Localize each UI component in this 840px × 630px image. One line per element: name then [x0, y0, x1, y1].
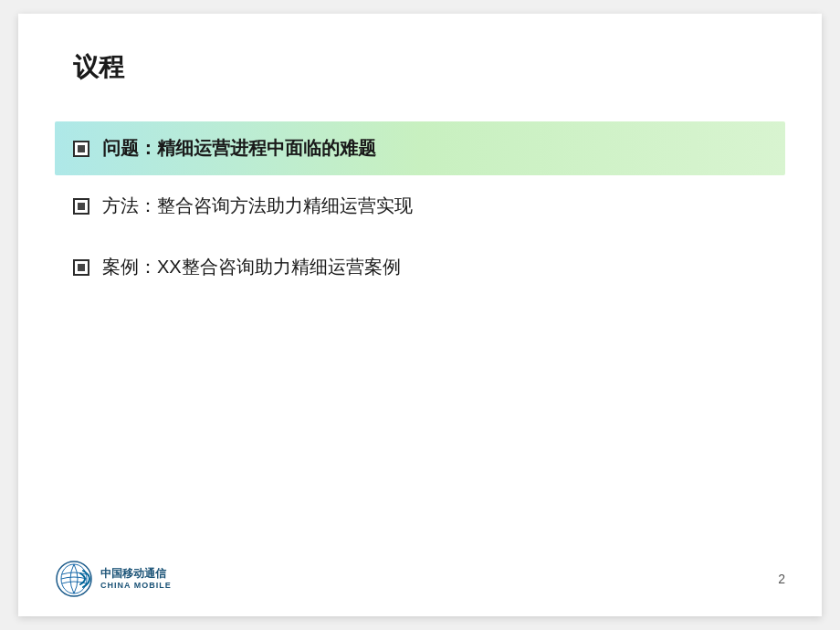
- logo-cn: 中国移动通信: [100, 567, 172, 580]
- content-area: 问题：精细运营进程中面临的难题 方法：整合咨询方法助力精细运营实现 案例：XX整…: [73, 121, 767, 298]
- checkbox-inner-2: [78, 203, 85, 210]
- checkbox-icon-2: [73, 198, 89, 215]
- page-number: 2: [778, 572, 785, 586]
- china-mobile-logo-icon: [55, 560, 93, 598]
- agenda-item-3: 案例：XX整合咨询助力精细运营案例: [73, 236, 767, 298]
- agenda-item-1-text: 问题：精细运营进程中面临的难题: [102, 136, 376, 161]
- logo-area: 中国移动通信 CHINA MOBILE: [55, 560, 172, 598]
- logo-en: CHINA MOBILE: [100, 581, 172, 591]
- agenda-item-2: 方法：整合咨询方法助力精细运营实现: [73, 175, 767, 236]
- agenda-item-3-text: 案例：XX整合咨询助力精细运营案例: [102, 255, 401, 279]
- checkbox-icon-1: [73, 141, 89, 157]
- checkbox-inner-1: [78, 145, 85, 152]
- checkbox-icon-3: [73, 259, 89, 276]
- checkbox-inner-3: [78, 264, 85, 271]
- footer: 中国移动通信 CHINA MOBILE 2: [18, 560, 822, 598]
- logo-text: 中国移动通信 CHINA MOBILE: [100, 567, 172, 590]
- agenda-item-1: 问题：精细运营进程中面临的难题: [55, 121, 785, 175]
- slide-title: 议程: [73, 50, 767, 85]
- agenda-item-2-text: 方法：整合咨询方法助力精细运营实现: [102, 194, 413, 218]
- slide: 议程 问题：精细运营进程中面临的难题 方法：整合咨询方法助力精细运营实现 案例：…: [18, 14, 822, 616]
